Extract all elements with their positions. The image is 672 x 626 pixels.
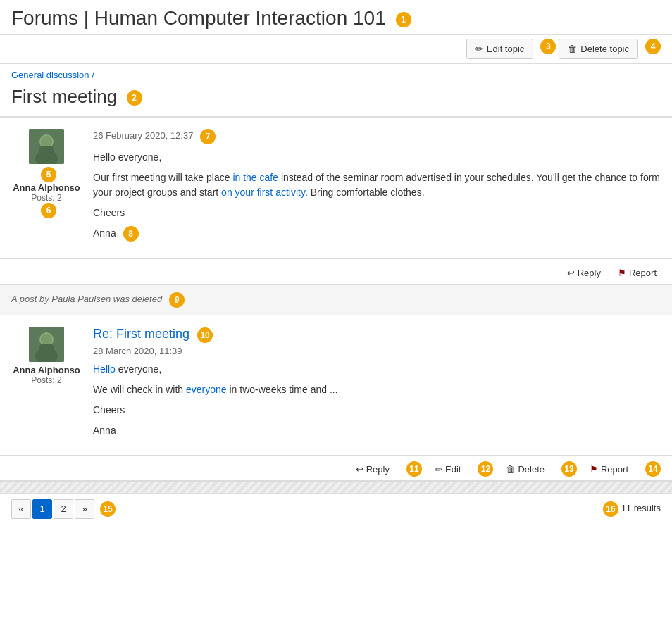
first-post: 5 Anna Alphonso Posts: 2 6 26 February 2… [0, 118, 672, 259]
annotation-13: 13 [561, 461, 577, 477]
annotation-14: 14 [645, 461, 661, 477]
reply-button-1[interactable]: Reply [563, 265, 605, 281]
post-date: 26 February 2020, 12:37 7 [93, 129, 661, 144]
breadcrumb-link[interactable]: General discussion [11, 70, 89, 80]
author-posts-2: Posts: 2 [11, 375, 82, 385]
page-2-button[interactable]: 2 [54, 499, 73, 519]
reply-button-2[interactable]: Reply [351, 461, 394, 477]
second-post: Anna Alphonso Posts: 2 Re: First meeting… [0, 315, 672, 455]
avatar-2 [29, 327, 64, 362]
reply-icon-2 [356, 464, 363, 475]
reply-icon [567, 268, 575, 278]
post-author-1: 5 Anna Alphonso Posts: 2 6 [11, 129, 82, 247]
wave-divider [0, 480, 672, 493]
report-button-1[interactable]: Report [614, 265, 661, 281]
svg-point-3 [41, 136, 52, 147]
annotation-4: 4 [645, 39, 661, 54]
results-count: 16 11 results [599, 501, 661, 517]
page-1-button[interactable]: 1 [32, 499, 52, 519]
author-posts: Posts: 2 [11, 193, 82, 203]
post1-actions: Reply Report [0, 259, 672, 284]
svg-rect-9 [39, 344, 54, 362]
post-body-2: Hello everyone, We will check in with ev… [93, 362, 661, 438]
deleted-notice: A post by Paula Paulsen was deleted 9 [0, 284, 672, 315]
topic-title: First meeting 2 [0, 83, 672, 118]
pagination: « 1 2 » 15 [11, 499, 116, 519]
annotation-6: 6 [41, 203, 56, 218]
avatar [29, 129, 64, 164]
annotation-3: 3 [540, 39, 556, 54]
report-button-2[interactable]: Report [585, 461, 633, 477]
edit-topic-button[interactable]: Edit topic [466, 39, 533, 59]
annotation-1: 1 [396, 12, 411, 27]
edit-button-2[interactable]: Edit [430, 461, 465, 477]
delete-topic-label: Delete topic [580, 44, 629, 54]
post-author-2: Anna Alphonso Posts: 2 [11, 327, 82, 443]
annotation-9: 9 [169, 292, 185, 308]
reply-date: 28 March 2020, 11:39 [93, 346, 661, 356]
annotation-12: 12 [478, 461, 493, 477]
top-action-bar: Edit topic 3 Delete topic 4 [0, 35, 672, 64]
reply-title: Re: First meeting 10 [93, 327, 661, 342]
trash-icon-2 [506, 464, 515, 475]
annotation-8: 8 [123, 226, 139, 242]
pencil-icon-2 [435, 464, 442, 475]
svg-point-8 [41, 334, 52, 345]
post-content-2: Re: First meeting 10 28 March 2020, 11:3… [93, 327, 661, 443]
annotation-7: 7 [200, 129, 216, 144]
annotation-10: 10 [197, 327, 213, 343]
next-page-button[interactable]: » [75, 499, 94, 519]
prev-page-button[interactable]: « [11, 499, 31, 519]
annotation-11: 11 [406, 461, 422, 477]
breadcrumb: General discussion / [0, 64, 672, 83]
post-body-1: Hello everyone, Our first meeting will t… [93, 150, 661, 242]
post2-actions: Reply 11 Edit 12 Delete 13 Report 14 [0, 456, 672, 480]
edit-topic-label: Edit topic [487, 44, 524, 54]
svg-rect-4 [39, 146, 54, 164]
annotation-16: 16 [603, 501, 618, 517]
page-title: Forums | Human Computer Interaction 101 … [0, 0, 672, 35]
pencil-icon [475, 44, 483, 54]
flag-icon [618, 268, 626, 278]
trash-icon [568, 44, 577, 54]
annotation-15: 15 [100, 501, 116, 517]
author-name: Anna Alphonso [11, 182, 82, 193]
delete-button-2[interactable]: Delete [502, 461, 549, 477]
post-content-1: 26 February 2020, 12:37 7 Hello everyone… [93, 129, 661, 247]
annotation-5: 5 [41, 167, 56, 182]
pagination-bar: « 1 2 » 15 16 11 results [0, 493, 672, 525]
author-name-2: Anna Alphonso [11, 365, 82, 375]
flag-icon-2 [590, 464, 598, 475]
annotation-2: 2 [127, 90, 142, 106]
delete-topic-button[interactable]: Delete topic [559, 39, 638, 59]
